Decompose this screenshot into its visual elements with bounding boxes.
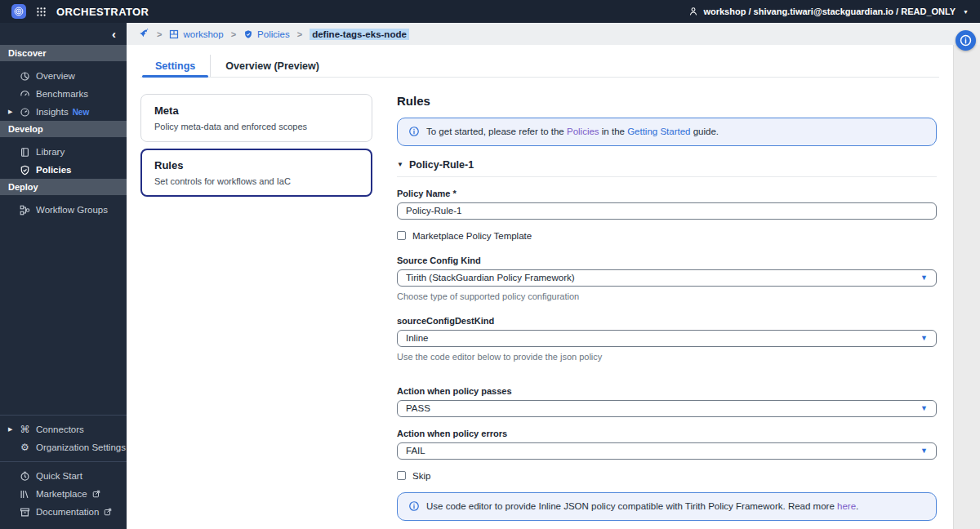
breadcrumb-separator: > (231, 29, 236, 39)
divider (397, 176, 937, 177)
rocket-icon[interactable] (139, 29, 149, 39)
source-config-kind-select[interactable]: Tirith (StackGuardian Policy Framework) … (397, 269, 937, 287)
sidebar-section-deploy: Deploy (0, 179, 127, 195)
sidebar-item-label: Insights (36, 107, 69, 117)
checkbox-icon[interactable] (397, 231, 406, 240)
rules-form: Rules To get started, please refer to th… (397, 94, 937, 529)
breadcrumb-separator: > (157, 29, 162, 39)
nav-card-meta[interactable]: Meta Policy meta-data and enforced scope… (140, 94, 372, 142)
triangle-down-icon: ▼ (397, 161, 403, 168)
sidebar-item-label: Workflow Groups (36, 205, 108, 215)
nav-card-subtitle: Set controls for workflows and IaC (154, 176, 359, 186)
speedometer-icon (20, 107, 30, 118)
policies-link[interactable]: Policies (567, 127, 599, 136)
sidebar-item-marketplace[interactable]: Marketplace (0, 485, 127, 503)
app-grid-icon[interactable] (36, 7, 47, 17)
scroll-gutter[interactable] (953, 45, 980, 529)
tab-bar: Settings Overview (Preview) (140, 55, 939, 78)
sidebar-item-library[interactable]: Library (0, 143, 127, 161)
marketplace-template-checkbox[interactable]: Marketplace Policy Template (397, 231, 937, 241)
sidebar-item-workflow-groups[interactable]: Workflow Groups (0, 201, 127, 219)
sidebar-item-quick-start[interactable]: Quick Start (0, 467, 127, 485)
sidebar-footer-group-1: ▶ ⌘ Connectors ⚙ Organization Settings (0, 415, 127, 461)
rule-title: Policy-Rule-1 (409, 159, 474, 171)
sidebar-item-label: Marketplace (36, 489, 87, 499)
source-config-dest-kind-label: sourceConfigDestKind (397, 316, 937, 326)
app-title: ORCHESTRATOR (56, 6, 149, 18)
getting-started-banner: To get started, please refer to the Poli… (397, 118, 937, 146)
sidebar-item-connectors[interactable]: ▶ ⌘ Connectors (0, 420, 127, 438)
account-label: workshop / shivang.tiwari@stackguardian.… (703, 7, 956, 16)
tab-overview-preview[interactable]: Overview (Preview) (210, 55, 334, 77)
sidebar-item-policies[interactable]: Policies (0, 161, 127, 179)
archive-icon (20, 507, 30, 518)
code-editor-banner: Use code editor to provide Inline JSON p… (397, 492, 937, 521)
sidebar-item-documentation[interactable]: Documentation (0, 503, 127, 521)
source-config-kind-helper: Choose type of supported policy configur… (397, 291, 937, 301)
building-blocks-icon (169, 29, 179, 39)
chevron-down-icon: ▼ (920, 447, 928, 455)
info-icon (408, 500, 420, 512)
help-info-button[interactable] (956, 30, 976, 51)
pie-chart-icon (20, 71, 30, 82)
settings-nav-column: Meta Policy meta-data and enforced scope… (140, 94, 372, 203)
breadcrumb-current-policy-name[interactable]: define-tags-eks-node (310, 29, 409, 40)
sidebar-item-organization-settings[interactable]: ⚙ Organization Settings (0, 438, 127, 456)
sidebar-item-insights[interactable]: ▶ Insights New (0, 103, 127, 121)
policy-name-label: Policy Name * (397, 189, 937, 198)
skip-checkbox[interactable]: Skip (397, 471, 937, 481)
shield-check-icon (20, 165, 30, 176)
top-bar: ORCHESTRATOR workshop / shivang.tiwari@s… (0, 0, 980, 23)
source-config-dest-kind-select[interactable]: Inline ▼ (397, 330, 937, 347)
sidebar-item-label: Quick Start (36, 471, 82, 481)
books-icon (20, 489, 30, 500)
sidebar-item-benchmarks[interactable]: Benchmarks (0, 85, 127, 103)
app-logo-icon[interactable] (11, 4, 26, 19)
chevron-down-icon: ▼ (963, 9, 969, 15)
book-icon (20, 147, 30, 158)
sidebar: ‹ Discover Overview Benchmarks ▶ Insight… (0, 23, 127, 529)
nav-card-rules[interactable]: Rules Set controls for workflows and IaC (140, 149, 372, 197)
chevron-down-icon: ▼ (920, 404, 928, 412)
policy-name-input[interactable] (397, 202, 937, 220)
gear-icon: ⚙ (20, 442, 30, 453)
chevron-down-icon: ▼ (920, 273, 928, 282)
command-icon: ⌘ (20, 425, 30, 435)
sidebar-item-overview[interactable]: Overview (0, 67, 127, 85)
sidebar-collapse-row: ‹ (0, 23, 127, 45)
sidebar-item-label: Library (36, 147, 65, 157)
source-config-kind-label: Source Config Kind (397, 256, 937, 265)
shield-icon (243, 29, 253, 39)
getting-started-link[interactable]: Getting Started (627, 127, 690, 136)
tab-settings[interactable]: Settings (140, 55, 210, 77)
chevron-down-icon: ▼ (920, 334, 928, 342)
nav-card-title: Rules (154, 159, 359, 171)
sidebar-section-develop: Develop (0, 121, 127, 137)
breadcrumb-workshop[interactable]: workshop (169, 29, 223, 39)
sidebar-item-label: Benchmarks (36, 89, 88, 99)
sidebar-footer-group-2: Quick Start Marketplace Documentation (0, 461, 127, 529)
sidebar-item-label: Organization Settings (36, 442, 126, 452)
breadcrumb-policies[interactable]: Policies (243, 29, 290, 39)
sidebar-collapse-button[interactable]: ‹ (112, 28, 116, 40)
clock-icon (20, 471, 30, 482)
sidebar-item-label: Overview (36, 71, 75, 81)
expand-right-icon[interactable]: ▶ (8, 426, 20, 433)
nav-card-title: Meta (154, 104, 359, 117)
action-pass-select[interactable]: PASS ▼ (397, 400, 937, 417)
rule-collapse-header[interactable]: ▼ Policy-Rule-1 (397, 159, 937, 171)
sidebar-item-label: Policies (36, 165, 71, 175)
checkbox-icon[interactable] (397, 471, 406, 480)
info-icon (408, 126, 420, 137)
source-config-dest-kind-helper: Use the code editor below to provide the… (397, 352, 937, 362)
action-pass-label: Action when policy passes (397, 386, 937, 396)
external-link-icon (104, 508, 112, 516)
new-badge: New (73, 108, 90, 117)
user-icon (688, 7, 698, 16)
external-link-icon (92, 490, 100, 498)
main-content: Settings Overview (Preview) Meta Policy … (127, 45, 953, 529)
expand-right-icon[interactable]: ▶ (8, 109, 20, 115)
account-menu[interactable]: workshop / shivang.tiwari@stackguardian.… (688, 7, 969, 16)
read-more-here-link[interactable]: here (837, 501, 856, 511)
action-error-select[interactable]: FAIL ▼ (397, 442, 937, 460)
